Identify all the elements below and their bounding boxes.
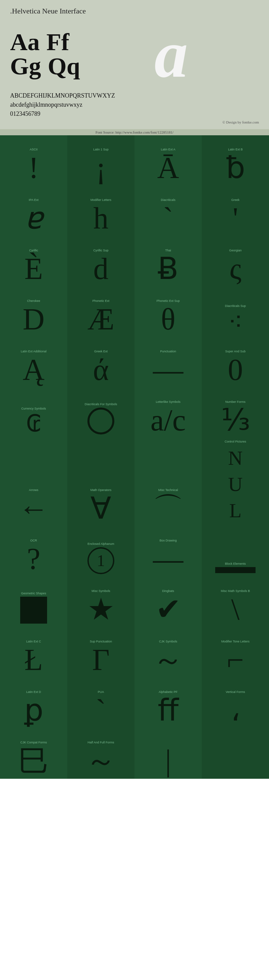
specimen-area: Aa Ff Gg Qq a [10, 21, 259, 88]
glyph-cell-ascii: ASCII ! [0, 135, 67, 186]
specimen-aa: Aa [10, 30, 40, 54]
glyph-cell-cjkcompatforms: CJK Compat Forms ⺒ [0, 728, 67, 779]
glyph-cell-enclosedalphanum: Enclosed Alphanum 1 [67, 527, 134, 577]
glyph-char-arrows: ← [19, 493, 49, 523]
glyph-char-currencysymbols: ₢ [26, 412, 41, 436]
glyph-cell-diacriticalsforsymbols: Diacriticals For Symbols [67, 388, 134, 438]
glyph-char-punctuation: — [153, 355, 183, 385]
glyph-cell-diacriticalssup: Diacriticals Sup ⁖ [202, 287, 269, 337]
specimen-row2: Gg Qq [10, 54, 80, 78]
glyph-label-blockelements: Block Elements [225, 562, 246, 566]
glyph-cell-latinextc: Latin Ext C Ł [0, 627, 67, 678]
glyph-char-modletters: h [93, 203, 109, 234]
alphabet-lower: abcdefghijklmnopqrstuvwxyz [10, 100, 259, 110]
glyph-cell-punctuation: Punctuation — [134, 337, 202, 388]
glyph-cell-superandsub: Super And Sub 0 [202, 337, 269, 388]
glyph-cell-suppunctuation: Sup Punctuation Γ [67, 627, 134, 678]
glyph-char-thai: Ƀ [158, 254, 179, 284]
glyph-char-geometricshapes [20, 597, 47, 625]
glyph-cell-numberforms: Number Forms ⅓ [202, 388, 269, 438]
glyph-char-verticalforms: ، [231, 695, 241, 725]
glyph-char-miscmathsymbolsb: \ [231, 594, 239, 625]
glyph-char-boxdrawing: — [153, 544, 183, 574]
specimen-ff: Ff [46, 30, 69, 54]
glyph-char-cjksymbols: ～ [153, 645, 183, 675]
glyph-cell-verticalforms: Vertical Forms ، [202, 678, 269, 728]
glyph-grid: ASCII ! Latin 1 Sup ¡ Latin Ext A Ā Lati… [0, 135, 269, 779]
glyph-cell-boxdrawing: Box Drawing — [134, 527, 202, 577]
glyph-cell-extra1: | [134, 728, 202, 779]
glyph-cell-ipaext: IPA Ext ɐ [0, 186, 67, 236]
glyph-label-diacriticalssup: Diacriticals Sup [225, 304, 246, 308]
glyph-cell-diacriticals: Diacriticals ` [134, 186, 202, 236]
glyph-cell-cjksymbols: CJK Symbols ～ [134, 627, 202, 678]
glyph-char-greekext: ά [93, 355, 109, 385]
glyph-char-ocr: ? [27, 544, 40, 574]
glyph-label-enclosedalphanum: Enclosed Alphanum [87, 542, 114, 546]
glyph-cell-mathoperators: Math Operators ∀ [67, 438, 134, 527]
glyph-cell-greek: Greek ' [202, 186, 269, 236]
glyph-cell-letterlikesymbols: Letterlike Symbols a/c [134, 388, 202, 438]
digits: 0123456789 [10, 110, 259, 118]
specimen-letters-left: Aa Ff Gg Qq [10, 30, 80, 78]
glyph-char-suppunctuation: Γ [92, 645, 110, 675]
font-source: Font Source: http://www.fontke.com/font/… [0, 129, 269, 135]
glyph-char-ascii: ! [28, 153, 39, 183]
glyph-cell-latinextadd: Latin Ext Additional Ą [0, 337, 67, 388]
font-title: .Helvetica Neue Interface [10, 7, 259, 16]
glyph-cell-ocr: OCR ? [0, 527, 67, 577]
glyph-cell-geometricshapes: Geometric Shapes [0, 577, 67, 627]
glyph-char-misctechnical: ⌒ [153, 493, 183, 523]
design-credit: © Design by fontke.com [10, 120, 259, 124]
glyph-cell-dingbats: Dingbats ✔ [134, 577, 202, 627]
glyph-char-halfandfullforms: ～ [86, 746, 116, 776]
glyph-char-letterlikesymbols: a/c [150, 405, 186, 436]
glyph-char-extra1: | [165, 746, 171, 776]
glyph-char-dingbats: ✔ [156, 594, 181, 625]
glyph-cell-miscsymbols: Misc Symbols ★ [67, 577, 134, 627]
glyph-char-phoneticext: Æ [87, 304, 114, 334]
glyph-cell-latinextd: Latin Ext D ꝑ [0, 678, 67, 728]
glyph-cell-cherokee: Cherokee D [0, 287, 67, 337]
glyph-char-diacriticalsforsymbols [87, 407, 114, 436]
glyph-char-alphabeticpf: ﬀ [158, 695, 179, 725]
glyph-label-currencysymbols: Currency Symbols [21, 407, 46, 410]
glyph-char-latinexta: Ā [157, 153, 179, 183]
solid-bar-icon [215, 567, 256, 573]
glyph-cell-latinexta: Latin Ext A Ā [134, 135, 202, 186]
glyph-cell-latin1sup: Latin 1 Sup ¡ [67, 135, 134, 186]
specimen-gg: Gg [10, 54, 41, 78]
glyph-cell-misctechnical: Misc Technical ⌒ [134, 438, 202, 527]
glyph-char-diacriticals: ` [163, 203, 173, 234]
glyph-char-georgian: ς [229, 254, 241, 284]
glyph-char-latinextd: ꝑ [24, 695, 43, 725]
glyph-cell-modifiertoneletters: Modifier Tone Letters ⌐ [202, 627, 269, 678]
glyph-cell-pua: PUA ` [67, 678, 134, 728]
glyph-label-diacriticalsforsymbols: Diacriticals For Symbols [85, 402, 117, 406]
glyph-cell-latinextb: Latin Ext B ƀ [202, 135, 269, 186]
specimen-row1: Aa Ff [10, 30, 80, 54]
glyph-char-modifiertoneletters: ⌐ [227, 645, 244, 675]
specimen-qq: Qq [48, 54, 80, 78]
glyph-char-diacriticalssup: ⁖ [228, 309, 243, 334]
glyph-char-cyrillic: È [25, 254, 43, 284]
glyph-char-cjkcompatforms: ⺒ [19, 746, 49, 776]
glyph-cell-extra2 [202, 728, 269, 779]
specimen-large-a: a [83, 21, 259, 88]
glyph-char-mathoperators: ∀ [90, 493, 111, 523]
glyph-cell-thai: Thai Ƀ [134, 236, 202, 287]
solid-rect-icon [20, 597, 47, 624]
glyph-char-ipaext: ɐ [25, 203, 43, 234]
alphabet-section: ABCDEFGHIJKLMNOPQRSTUVWXYZ abcdefghijklm… [10, 91, 259, 118]
glyph-cell-cyrillic: Cyrillic È [0, 236, 67, 287]
circle-number-icon: 1 [87, 547, 114, 574]
glyph-char-pua: ` [96, 695, 106, 725]
glyph-cell-modletters: Modifier Letters h [67, 186, 134, 236]
glyph-label-controlpictures: Control Pictures [225, 440, 246, 444]
glyph-cell-currencysymbols: Currency Symbols ₢ [0, 388, 67, 438]
glyph-cell-cyrillicsup: Cyrillic Sup d [67, 236, 134, 287]
glyph-char-blockelements [215, 567, 256, 574]
glyph-cell-miscmathsymbolsb: Misc Math Symbols B \ [202, 577, 269, 627]
glyph-cell-blockelements: Block Elements [202, 527, 269, 577]
glyph-cell-phoneticextsup: Phonetic Ext Sup θ [134, 287, 202, 337]
